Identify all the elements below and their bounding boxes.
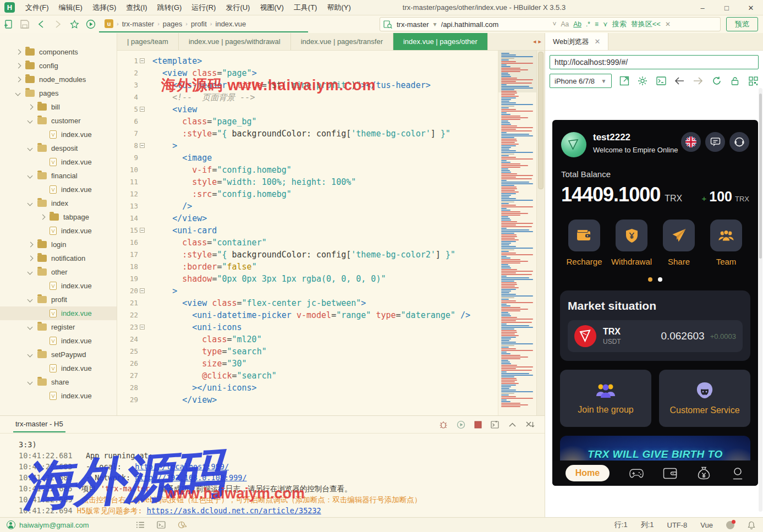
breadcrumb-profit[interactable]: profit (191, 20, 207, 28)
tree-item-profit[interactable]: profit (0, 293, 117, 306)
chevron-right-icon[interactable] (28, 105, 33, 110)
file-explorer[interactable]: componentsconfignode_modulespagesbillcus… (0, 33, 117, 415)
tasks-icon[interactable] (136, 521, 145, 529)
cursor-col[interactable]: 列:1 (641, 520, 654, 530)
collapse-icon[interactable] (508, 422, 517, 427)
editor-tab-2[interactable]: index.vue | pages/transfer (291, 33, 393, 50)
fold-marker-icon[interactable] (138, 321, 147, 333)
editor-scrollbar-thumb[interactable] (538, 52, 544, 189)
breadcrumb[interactable]: u › trx-master › pages › profit › index.… (99, 16, 308, 32)
browser-tab-close-icon[interactable]: ✕ (595, 37, 601, 46)
star-icon[interactable] (66, 18, 83, 31)
device-selector[interactable]: iPhone 6/7/8▼ (550, 74, 612, 88)
run-icon[interactable] (83, 18, 99, 31)
tree-item-setPaypwd[interactable]: setPaypwd (0, 348, 117, 361)
tree-item-register[interactable]: register (0, 320, 117, 334)
menu-7[interactable]: 视图(V) (255, 1, 288, 15)
tree-item-bill[interactable]: bill (0, 100, 117, 114)
tree-item-share[interactable]: share (0, 375, 117, 389)
qr-code-icon[interactable] (748, 75, 759, 87)
tree-item-index-vue[interactable]: Vindex.vue (0, 361, 117, 375)
fold-marker-icon[interactable] (138, 103, 147, 116)
tree-item-other[interactable]: other (0, 265, 117, 279)
menu-4[interactable]: 跳转(G) (152, 1, 187, 15)
menu-1[interactable]: 编辑(E) (54, 1, 87, 15)
preview-button[interactable]: 预览 (726, 17, 758, 31)
share-button[interactable]: Share (658, 220, 700, 266)
clear-console-icon[interactable] (525, 421, 535, 429)
chevron-right-icon[interactable] (28, 242, 33, 248)
tree-item-pages[interactable]: pages (0, 86, 117, 100)
minimize-button[interactable]: – (690, 0, 715, 15)
team-button[interactable]: Team (705, 220, 747, 266)
notification-bell-icon[interactable] (748, 521, 755, 529)
account-email[interactable]: haiwaiym@gmail.com (19, 521, 89, 529)
recharge-button[interactable]: Recharge (563, 220, 605, 266)
tree-item-index-vue[interactable]: Vindex.vue (0, 334, 117, 348)
filter-icon[interactable]: ⋎ (603, 20, 608, 28)
search-expand-icon[interactable]: ˅ (553, 20, 557, 28)
carousel-dot-active[interactable] (648, 277, 652, 282)
fold-marker-icon[interactable] (138, 224, 147, 237)
chevron-down-icon[interactable] (28, 325, 33, 330)
code-editor[interactable]: 1<template>2 <view class="page">3 <tus-h… (117, 51, 498, 415)
tree-item-index-vue[interactable]: Vindex.vue (0, 155, 117, 169)
browser-tab[interactable]: Web浏览器 ✕ (545, 33, 608, 50)
tree-item-index-vue[interactable]: Vindex.vue (0, 389, 117, 403)
market-row-trx[interactable]: TRX USDT 0.062603 +0.0003 (568, 320, 743, 352)
chevron-right-icon[interactable] (28, 256, 33, 261)
nav-game-icon[interactable] (629, 466, 644, 480)
lock-icon[interactable] (730, 75, 740, 87)
forward-icon[interactable] (50, 18, 66, 31)
console-link[interactable]: http://localhost:999/ (135, 462, 229, 471)
tree-item-financial[interactable]: financial (0, 169, 117, 183)
withdrawal-button[interactable]: Withdrawal (611, 220, 652, 266)
chevron-down-icon[interactable] (28, 297, 33, 303)
editor-scrollbar[interactable] (536, 51, 545, 415)
update-badge-icon[interactable] (726, 521, 734, 529)
fold-marker-icon[interactable] (138, 140, 147, 152)
console-link[interactable]: http://192.168.0.108:999/ (135, 473, 246, 482)
chevron-down-icon[interactable] (28, 118, 33, 124)
tree-item-tabpage[interactable]: tabpage (0, 210, 117, 224)
nav-home[interactable]: Home (566, 465, 610, 481)
avatar[interactable] (561, 132, 586, 157)
tree-item-customer[interactable]: customer (0, 114, 117, 128)
tree-item-index-vue[interactable]: Vindex.vue (0, 183, 117, 196)
tree-item-config[interactable]: config (0, 59, 117, 73)
tree-item-index-vue[interactable]: Vindex.vue (0, 224, 117, 238)
save-icon[interactable] (17, 18, 33, 31)
chevron-down-icon[interactable] (28, 380, 33, 385)
replace-toggle-button[interactable]: 替换区<< (631, 19, 661, 29)
restart-icon[interactable] (457, 420, 465, 429)
tree-item-index[interactable]: index (0, 196, 117, 210)
tree-item-components[interactable]: components (0, 45, 117, 59)
editor-tab-1[interactable]: index.vue | pages/withdrawal (179, 33, 291, 50)
cloud-icon[interactable] (178, 521, 187, 529)
gear-icon[interactable] (638, 75, 648, 87)
tree-item-notification[interactable]: notification (0, 251, 117, 265)
chevron-right-icon[interactable] (15, 50, 21, 55)
fold-marker-icon[interactable] (138, 285, 147, 297)
list-lines-icon[interactable]: ≡ (595, 20, 599, 28)
menu-0[interactable]: 文件(F) (20, 1, 54, 15)
match-case-icon[interactable]: Aa (561, 20, 569, 28)
encoding[interactable]: UTF-8 (667, 521, 688, 529)
console-link[interactable]: https://ask.dcloud.net.cn/article/35232 (147, 506, 321, 515)
maximize-button[interactable]: □ (715, 0, 739, 15)
menu-5[interactable]: 运行(R) (186, 1, 221, 15)
breadcrumb-file[interactable]: index.vue (216, 20, 246, 28)
terminal-icon[interactable] (157, 521, 166, 529)
menu-8[interactable]: 工具(T) (289, 1, 322, 15)
browser-forward-icon[interactable] (693, 75, 704, 87)
breadcrumb-pages[interactable]: pages (163, 20, 182, 28)
tree-item-node_modules[interactable]: node_modules (0, 73, 117, 86)
back-icon[interactable] (33, 18, 50, 31)
open-external-icon[interactable] (619, 75, 630, 87)
tree-item-login[interactable]: login (0, 238, 117, 251)
support-button[interactable] (729, 132, 749, 152)
tree-item-index-vue[interactable]: Vindex.vue (0, 279, 117, 293)
nav-profile-icon[interactable] (731, 466, 745, 480)
menu-3[interactable]: 查找(I) (121, 1, 152, 15)
carousel-dot[interactable] (658, 277, 662, 282)
